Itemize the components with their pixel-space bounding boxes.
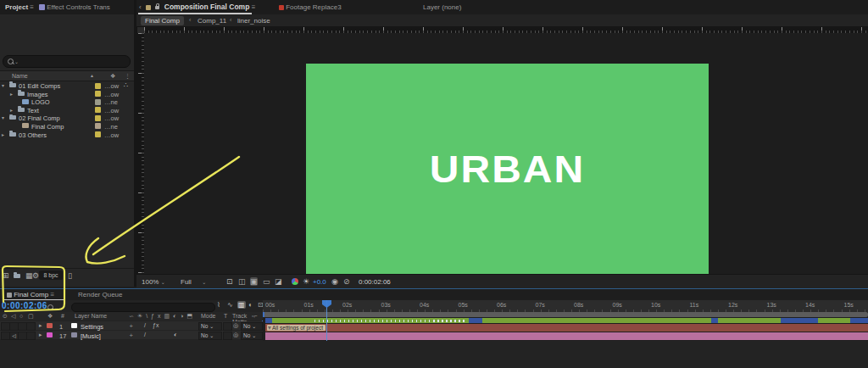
project-item[interactable]: ▾02 Final Comp…ow [0, 114, 134, 122]
lock-toggle[interactable] [26, 322, 36, 331]
transparency-grid-icon[interactable]: ▣ [250, 277, 258, 286]
label-swatch[interactable] [95, 123, 101, 129]
trash-icon[interactable]: ▯ [68, 271, 72, 280]
tab-composition-final-comp[interactable]: Composition Final Comp ≡ [146, 3, 255, 11]
vertical-ruler[interactable] [136, 33, 144, 274]
parent-link-icons[interactable]: ▫⌐ [252, 313, 258, 319]
lock-column-icon[interactable]: ▢ [28, 313, 34, 320]
settings-gear-icon[interactable]: ⚙ [32, 271, 39, 280]
tab-timeline-final-comp[interactable]: Final Comp ≡ [7, 291, 54, 298]
project-item[interactable]: ▾01 Edit Comps…ow∴ [0, 81, 134, 90]
project-item[interactable]: ▸Images…ow [0, 90, 134, 98]
layer-label-swatch[interactable] [47, 323, 53, 328]
quality-switch[interactable]: / [144, 332, 146, 337]
label-swatch[interactable] [95, 99, 101, 105]
track-matte-select[interactable]: No ⌄ [241, 332, 263, 340]
mode-select[interactable]: No ⌄ [198, 332, 222, 340]
tab-layer-none[interactable]: Layer (none) [423, 3, 461, 11]
timeline-search-input[interactable] [71, 303, 215, 312]
video-eye-icon[interactable]: ⊙ [3, 313, 8, 320]
channel-rgb-icon[interactable] [292, 278, 298, 285]
mode-select[interactable]: No ⌄ [198, 322, 222, 331]
breadcrumb-liner-noise[interactable]: liner_noise [237, 17, 270, 25]
project-item[interactable]: ▸03 Others…ow [0, 131, 134, 139]
time-ruler[interactable]: 00s01s02s03s04s05s06s07s08s09s10s11s12s1… [263, 300, 868, 313]
frame-blending-icon[interactable]: ▥ [237, 301, 246, 309]
layer-name[interactable]: [Music] [81, 332, 101, 340]
exposure-value[interactable]: +0.0 [313, 278, 326, 286]
motion-blur-switch[interactable]: ◐ [174, 332, 177, 337]
label-swatch[interactable] [95, 131, 101, 137]
project-item[interactable]: Final Comp…ne [0, 122, 134, 131]
panel-menu-icon[interactable]: ≡ [30, 3, 34, 11]
layer-label-swatch[interactable] [47, 332, 53, 337]
label-swatch[interactable] [95, 107, 101, 113]
twirl-icon[interactable]: ▸ [2, 131, 4, 137]
project-search-input[interactable]: ⌄ [3, 55, 131, 68]
layer-name-column[interactable]: Layer Name [75, 313, 107, 319]
layer-name[interactable]: Settings [81, 323, 103, 331]
collapse-switch[interactable]: ⧾ [130, 332, 133, 338]
back-chevron-icon[interactable]: ‹ [139, 3, 142, 11]
mode-column[interactable]: Mode [201, 313, 216, 319]
current-time-display[interactable]: 0:00:02:06 [2, 301, 47, 310]
layer-marker-label[interactable]: All settings of project [267, 325, 326, 331]
marker-layer-bar[interactable]: All settings of project [265, 324, 868, 332]
project-item[interactable]: ▸Text…ow [0, 106, 134, 114]
lock-toggle[interactable] [26, 332, 36, 340]
magnification-select[interactable]: 100% ⌄ [142, 278, 165, 286]
tab-footage-replace3[interactable]: Footage Replace3 [279, 3, 342, 11]
project-columns-header[interactable]: Name ▲ ❖ ⋮ [0, 70, 134, 81]
quality-switch[interactable]: / [144, 322, 146, 328]
layer-graph-area[interactable]: All settings of project [263, 317, 868, 341]
breadcrumb-comp-11[interactable]: Comp_11 [198, 17, 226, 25]
more-icon[interactable]: ⋮ [125, 73, 131, 80]
fx-switch[interactable]: ƒx [153, 322, 159, 328]
new-folder-icon[interactable] [14, 274, 20, 278]
layer-row[interactable]: ◁▸17[Music]⧾/◐No ⌄◎No ⌄ [0, 331, 263, 339]
composition-viewer[interactable]: URBAN [144, 33, 868, 274]
twirl-icon[interactable]: ▸ [10, 91, 13, 97]
interpret-footage-icon[interactable]: ⊞ [3, 271, 9, 280]
tab-effect-controls[interactable]: Effect Controls Trans [39, 3, 110, 11]
grid-guides-icon[interactable]: ◫ [238, 277, 246, 286]
project-item[interactable]: LOGO…ne [0, 98, 134, 106]
t-column[interactable]: T [224, 313, 227, 319]
twirl-icon[interactable]: ▾ [2, 114, 4, 120]
panel-menu-icon[interactable]: ≡ [50, 291, 54, 298]
label-column-icon[interactable]: ❖ [110, 73, 115, 80]
label-swatch[interactable] [95, 91, 101, 97]
search-icon[interactable] [47, 304, 53, 310]
region-of-interest-icon[interactable]: ⊡ [226, 277, 233, 286]
panel-menu-icon[interactable]: ≡ [252, 3, 256, 11]
snapshot-region-icon[interactable]: ◪ [275, 277, 282, 286]
music-layer-bar[interactable] [265, 332, 868, 340]
horizontal-ruler[interactable] [144, 26, 868, 33]
comp-time-display[interactable]: 0:00:02:06 [359, 278, 391, 286]
twirl-icon[interactable]: ▸ [10, 107, 13, 113]
audio-speaker-icon[interactable]: ◁ [11, 313, 15, 320]
solo-icon[interactable]: ○ [19, 313, 23, 319]
sort-icon[interactable]: ▲ [90, 73, 94, 78]
label-swatch[interactable] [95, 115, 101, 121]
twirl-icon[interactable]: ▾ [2, 82, 4, 88]
link-icon[interactable]: ⊘ [343, 277, 350, 286]
camera-snapshot-icon[interactable]: ◉ [331, 277, 338, 286]
lock-icon[interactable] [155, 6, 159, 9]
twirl-icon[interactable]: ▸ [39, 322, 42, 329]
twirl-icon[interactable]: ▸ [39, 332, 42, 338]
motion-blur-icon[interactable]: ◐ [248, 301, 253, 309]
comp-mini-flowchart-icon[interactable]: ⌇ [217, 301, 220, 309]
resolution-select[interactable]: Full ⌄ [181, 278, 206, 286]
track-matte-select[interactable]: No ⌄ [241, 322, 263, 331]
collapse-switch[interactable]: ⧾ [130, 322, 133, 329]
draft-3d-icon[interactable]: ∿ [227, 301, 233, 309]
layer-row[interactable]: ▸1Settings⧾/ƒxNo ⌄◎No ⌄ [0, 321, 263, 330]
tab-project[interactable]: Project ≡ [5, 3, 34, 11]
t-toggle[interactable] [223, 332, 232, 340]
label-column-icon[interactable]: ❖ [47, 313, 53, 320]
exposure-icon[interactable]: ☀ [303, 277, 309, 286]
tab-render-queue[interactable]: Render Queue [78, 291, 122, 298]
t-toggle[interactable] [223, 322, 232, 331]
bit-depth-button[interactable]: 8 bpc [39, 270, 63, 280]
